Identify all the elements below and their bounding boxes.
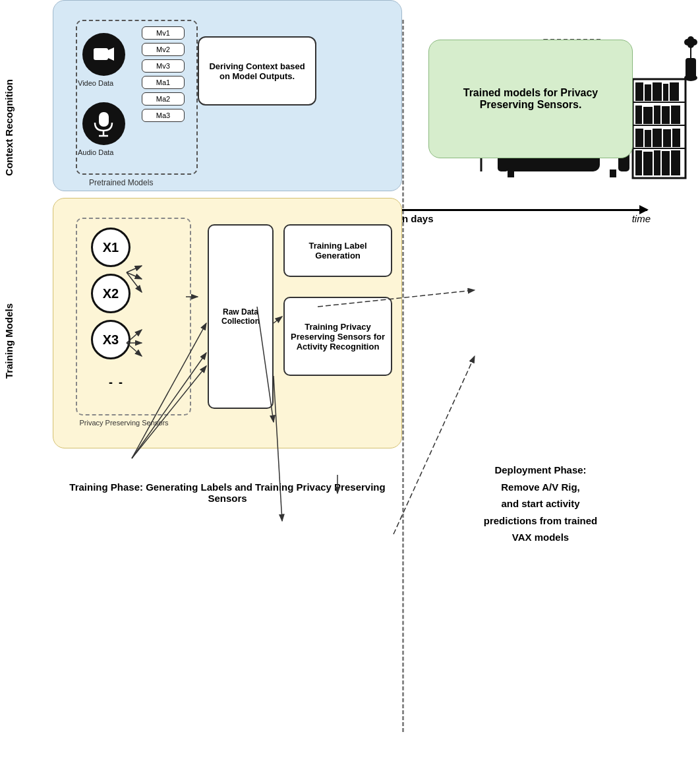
sensor-dots: - -	[109, 376, 124, 390]
training-label-generation-box: Training Label Generation	[283, 224, 392, 277]
sensor-x2: X2	[91, 274, 131, 313]
raw-data-collection-box: Raw Data Collection	[208, 224, 274, 409]
svg-rect-69	[654, 106, 660, 124]
svg-rect-72	[635, 129, 643, 147]
svg-rect-67	[635, 106, 642, 124]
audio-data-label: Audio Data	[78, 148, 113, 156]
training-phase-label: Training Phase: Generating Labels and Tr…	[53, 481, 402, 504]
svg-rect-63	[645, 84, 651, 101]
model-chips-box: Mv1 Mv2 Mv3 Ma1 Ma2 Ma3	[142, 26, 185, 122]
chip-ma1: Ma1	[142, 76, 185, 89]
sensor-x1: X1	[91, 228, 131, 267]
deployment-phase-text3: predictions from trained	[484, 515, 598, 526]
deployment-phase-title: Deployment Phase:	[494, 464, 586, 475]
svg-rect-80	[662, 151, 670, 175]
svg-rect-71	[671, 106, 680, 124]
timeline-label-time: time	[632, 213, 651, 224]
svg-rect-56	[508, 169, 514, 177]
context-recognition-label: Context Recognition	[3, 79, 15, 176]
svg-rect-78	[643, 152, 653, 175]
chip-mv1: Mv1	[142, 26, 185, 40]
svg-rect-66	[670, 82, 679, 101]
svg-rect-62	[635, 82, 643, 101]
svg-rect-74	[653, 129, 662, 147]
pretrained-models-label: Pretrained Models	[89, 178, 153, 187]
svg-rect-94	[99, 112, 109, 127]
svg-rect-77	[635, 150, 642, 175]
audio-icon	[92, 111, 115, 137]
svg-rect-68	[643, 107, 653, 124]
trained-models-box: Trained models for Privacy Preserving Se…	[428, 40, 633, 158]
svg-point-88	[687, 42, 694, 48]
video-icon	[92, 43, 115, 66]
trained-models-label: Trained models for Privacy Preserving Se…	[439, 87, 622, 111]
deployment-phase-text4: VAX models	[512, 532, 569, 543]
chip-mv2: Mv2	[142, 43, 185, 56]
deployment-phase-text1: Remove A/V Rig,	[501, 481, 579, 493]
svg-rect-70	[662, 106, 670, 124]
svg-rect-75	[663, 129, 671, 147]
training-models-label: Training Models	[3, 303, 15, 379]
svg-rect-79	[654, 150, 660, 175]
svg-rect-73	[645, 130, 651, 147]
svg-rect-92	[94, 48, 108, 60]
deriving-context-box: Deriving Context based on Model Outputs.	[198, 36, 316, 106]
timeline-label-n: n days	[402, 213, 434, 224]
video-icon-box	[82, 33, 125, 76]
sensor-x3: X3	[91, 320, 131, 359]
chip-ma2: Ma2	[142, 92, 185, 106]
chip-mv3: Mv3	[142, 59, 185, 73]
svg-rect-57	[610, 169, 616, 177]
svg-rect-83	[685, 58, 696, 79]
training-privacy-preserving-box: Training Privacy Preserving Sensors for …	[283, 297, 392, 376]
svg-rect-76	[672, 129, 680, 147]
deployment-phase-label: Deployment Phase: Remove A/V Rig, and st…	[422, 462, 659, 546]
svg-rect-65	[663, 84, 668, 101]
chip-ma3: Ma3	[142, 109, 185, 122]
privacy-sensors-label: Privacy Preserving Sensors	[58, 419, 190, 427]
video-data-label: Video Data	[78, 79, 113, 87]
deployment-phase-text2: and start activity	[501, 498, 579, 509]
svg-rect-64	[653, 82, 662, 101]
svg-rect-81	[671, 150, 680, 175]
svg-marker-93	[108, 47, 114, 61]
audio-icon-box	[82, 102, 125, 145]
